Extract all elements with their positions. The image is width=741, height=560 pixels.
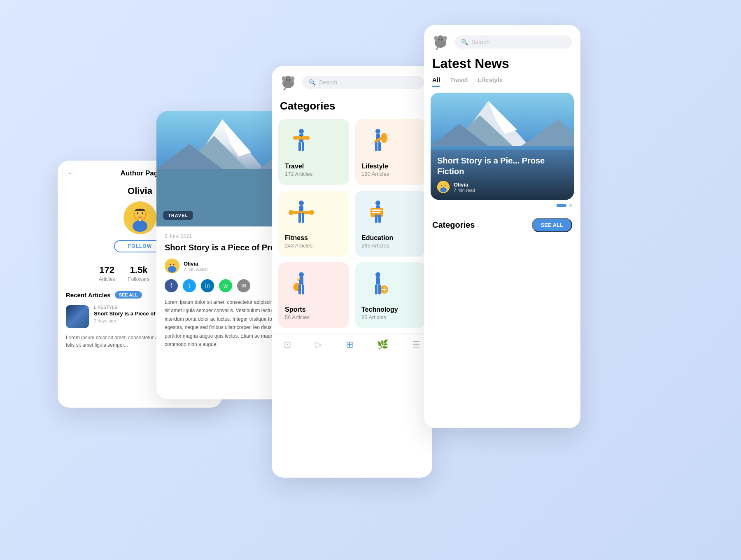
- app-logo: [280, 74, 296, 91]
- svg-point-43: [375, 201, 380, 205]
- svg-rect-38: [291, 211, 312, 214]
- dot-active: [557, 204, 566, 207]
- news-hero-author-info: Olivia 7 min read: [454, 182, 475, 193]
- svg-rect-27: [301, 136, 310, 140]
- menu-icon[interactable]: ☰: [412, 339, 420, 350]
- email-icon[interactable]: ✉: [237, 279, 250, 292]
- cast-icon[interactable]: ⊡: [284, 339, 291, 350]
- svg-point-50: [299, 272, 304, 277]
- svg-point-15: [170, 264, 171, 265]
- news-hero-read-time: 7 min read: [454, 188, 475, 193]
- category-fitness[interactable]: Fitness 243 Articles: [278, 191, 349, 257]
- grid-icon[interactable]: ⊞: [346, 339, 353, 350]
- news-app-logo: [432, 34, 449, 50]
- category-fitness-name: Fitness: [285, 234, 343, 242]
- news-see-all-button[interactable]: SEE ALL: [532, 218, 572, 232]
- categories-title: Categories: [272, 96, 432, 119]
- news-hero-headline: Short Story is a Pie... Prose Fiction: [437, 155, 567, 177]
- tab-all[interactable]: All: [432, 76, 440, 87]
- svg-rect-42: [302, 213, 304, 223]
- svg-rect-53: [298, 285, 301, 294]
- category-technology-count: 85 Articles: [361, 314, 419, 320]
- play-icon[interactable]: ▷: [315, 339, 322, 350]
- facebook-icon[interactable]: f: [165, 279, 178, 292]
- tab-lifestyle[interactable]: Lifestyle: [478, 76, 503, 87]
- news-app-header: 🔍 Search: [424, 25, 580, 56]
- svg-rect-57: [376, 277, 380, 285]
- dot-1: [569, 204, 572, 207]
- category-travel[interactable]: Travel 172 Articles: [278, 119, 349, 185]
- svg-point-24: [299, 129, 304, 134]
- svg-rect-28: [298, 142, 301, 151]
- twitter-icon[interactable]: t: [183, 279, 196, 292]
- category-fitness-count: 243 Articles: [285, 243, 343, 249]
- svg-rect-59: [375, 285, 377, 294]
- svg-rect-29: [302, 142, 304, 151]
- category-technology[interactable]: Technology 85 Articles: [355, 262, 426, 328]
- news-hero-text: Short Story is a Pie... Prose Fiction Ol…: [431, 149, 574, 200]
- bottom-navigation: ⊡ ▷ ⊞ 🌿 ☰: [272, 333, 432, 356]
- svg-point-4: [142, 212, 143, 214]
- news-search-bar[interactable]: 🔍 Search: [454, 35, 572, 49]
- search-icon: 🔍: [309, 79, 316, 86]
- stat-followers: 1.5k Followers: [128, 265, 149, 282]
- category-education[interactable]: Education 265 Articles: [355, 191, 426, 257]
- category-technology-name: Technology: [361, 306, 419, 313]
- latest-news-card: 🔍 Search Latest News All Travel Lifestyl…: [424, 25, 580, 428]
- svg-point-66: [441, 39, 443, 41]
- svg-point-5: [139, 219, 141, 221]
- svg-point-16: [173, 264, 175, 265]
- author-mini: Olivia 7 min watch: [165, 259, 208, 273]
- see-all-button[interactable]: SEE ALL: [115, 291, 142, 299]
- recent-label: Recent Articles: [66, 292, 111, 299]
- svg-rect-48: [375, 215, 377, 223]
- svg-point-3: [137, 212, 138, 214]
- news-hero-card[interactable]: Short Story is a Pie... Prose Fiction Ol…: [431, 93, 574, 200]
- author-name: Olivia: [128, 186, 152, 196]
- svg-point-36: [299, 201, 304, 205]
- svg-rect-35: [378, 142, 381, 151]
- svg-rect-51: [299, 277, 303, 285]
- linkedin-icon[interactable]: in: [201, 279, 214, 292]
- tab-travel[interactable]: Travel: [450, 76, 468, 87]
- svg-point-33: [381, 133, 387, 143]
- category-sports-name: Sports: [285, 306, 343, 313]
- categories-app-header: 🔍 Search: [272, 66, 432, 96]
- search-placeholder: Search: [319, 79, 337, 86]
- leaf-icon[interactable]: 🌿: [377, 339, 388, 350]
- svg-rect-41: [298, 213, 301, 223]
- category-lifestyle-count: 120 Articles: [361, 171, 419, 177]
- category-lifestyle[interactable]: Lifestyle 120 Articles: [355, 119, 426, 185]
- svg-point-17: [168, 266, 176, 273]
- svg-point-76: [441, 185, 442, 186]
- pagination-dots: [424, 200, 580, 211]
- svg-point-22: [286, 79, 287, 81]
- author-mini-name: Olivia: [184, 261, 208, 267]
- news-categories-label: Categories: [432, 220, 475, 230]
- category-travel-count: 172 Articles: [285, 171, 343, 177]
- category-education-count: 265 Articles: [361, 243, 419, 249]
- categories-grid: Travel 172 Articles Lifestyle 120 Articl…: [272, 119, 432, 328]
- news-page-title: Latest News: [424, 56, 580, 76]
- category-travel-name: Travel: [285, 163, 343, 170]
- news-hero-author-avatar: [437, 181, 450, 193]
- svg-rect-46: [372, 210, 382, 211]
- category-sports-count: 56 Articles: [285, 314, 343, 320]
- whatsapp-icon[interactable]: w: [219, 279, 232, 292]
- news-hero-author-name: Olivia: [454, 182, 475, 188]
- category-lifestyle-name: Lifestyle: [361, 163, 419, 170]
- category-sports[interactable]: Sports 56 Articles: [278, 262, 349, 328]
- news-categories-section: Categories SEE ALL: [424, 211, 580, 232]
- categories-card: 🔍 Search Categories Travel 172 Articles: [272, 66, 432, 478]
- svg-point-30: [375, 129, 380, 134]
- category-education-name: Education: [361, 234, 419, 242]
- svg-point-56: [375, 272, 380, 277]
- svg-point-40: [309, 210, 314, 215]
- svg-point-23: [289, 79, 291, 81]
- svg-rect-34: [375, 142, 377, 151]
- back-icon[interactable]: ←: [68, 169, 75, 177]
- news-search-icon: 🔍: [461, 39, 468, 45]
- article-read-time: 7 min watch: [184, 267, 208, 272]
- search-bar[interactable]: 🔍 Search: [302, 76, 424, 89]
- svg-rect-47: [372, 212, 380, 213]
